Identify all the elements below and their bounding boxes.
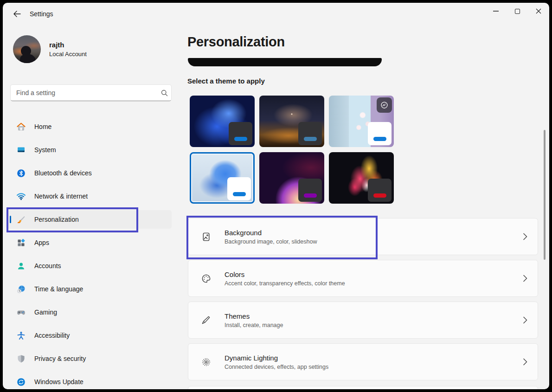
titlebar: Settings — [3, 3, 549, 25]
sidebar-item-accounts[interactable]: Accounts — [6, 257, 172, 275]
search-input[interactable] — [11, 89, 157, 96]
sidebar-item-label: System — [34, 146, 56, 154]
picture-icon — [200, 231, 212, 242]
sidebar-item-label: Home — [34, 123, 51, 130]
chevron-right-icon — [523, 316, 527, 324]
gaming-icon — [16, 307, 26, 317]
close-icon — [536, 8, 541, 14]
section-label: Select a theme to apply — [187, 77, 265, 85]
sidebar-item-personalization[interactable]: Personalization — [6, 210, 172, 229]
partial-next-row[interactable] — [188, 386, 538, 389]
accessibility-icon — [16, 330, 26, 341]
maximize-button[interactable] — [507, 3, 528, 19]
brush-icon — [200, 315, 212, 326]
theme-start-preview — [227, 177, 251, 200]
network-icon — [16, 191, 26, 201]
sidebar-item-label: Privacy & security — [34, 355, 86, 362]
sidebar-nav: Home System Bluetooth & devices Network … — [6, 117, 172, 389]
bluetooth-icon — [16, 168, 26, 178]
slideshow-icon — [377, 97, 392, 113]
theme-thumbnail-4-selected[interactable] — [190, 152, 255, 204]
apps-icon — [16, 238, 26, 248]
sparkle-icon — [200, 356, 212, 367]
sidebar-item-label: Personalization — [34, 216, 79, 223]
scrollbar-thumb[interactable] — [544, 130, 546, 260]
personalization-icon — [16, 214, 26, 225]
row-subtitle: Connected devices, effects, app settings — [225, 364, 328, 370]
sidebar-item-label: Network & internet — [34, 193, 88, 200]
window-title: Settings — [30, 10, 53, 18]
chevron-right-icon — [523, 358, 527, 366]
search-box — [10, 84, 172, 101]
privacy-icon — [16, 353, 26, 364]
system-icon — [16, 145, 26, 155]
sidebar-item-label: Apps — [34, 239, 49, 246]
user-name: rajth — [49, 41, 87, 49]
sidebar-item-bluetooth-devices[interactable]: Bluetooth & devices — [6, 164, 172, 182]
user-account-type: Local Account — [49, 51, 87, 58]
sidebar-item-apps[interactable]: Apps — [6, 233, 172, 252]
maximize-icon — [515, 9, 520, 14]
sidebar-item-home[interactable]: Home — [6, 117, 172, 136]
theme-thumbnail-2[interactable] — [259, 96, 324, 147]
row-title: Background — [225, 229, 317, 237]
chevron-right-icon — [523, 233, 527, 240]
accounts-icon — [16, 261, 26, 271]
sidebar-item-label: Bluetooth & devices — [34, 169, 92, 177]
theme-start-preview — [298, 122, 322, 145]
sidebar-item-label: Time & language — [34, 285, 83, 293]
theme-thumbnail-5[interactable] — [259, 152, 324, 204]
row-subtitle: Accent color, transparency effects, colo… — [225, 280, 345, 287]
row-subtitle: Install, create, manage — [225, 322, 283, 328]
sidebar-item-windows-update[interactable]: Windows Update — [6, 373, 172, 389]
theme-start-preview — [368, 122, 392, 145]
theme-start-preview — [229, 122, 252, 145]
theme-thumbnail-6[interactable] — [329, 152, 394, 204]
row-title: Colors — [225, 270, 345, 278]
page-title: Personalization — [187, 34, 285, 50]
avatar — [13, 35, 41, 63]
theme-preview-bottom-edge — [188, 58, 382, 66]
theme-thumbnail-3[interactable] — [329, 96, 394, 147]
time-language-icon — [16, 284, 26, 294]
sidebar-item-accessibility[interactable]: Accessibility — [6, 326, 172, 345]
search-icon — [157, 90, 171, 96]
minimize-button[interactable] — [485, 3, 507, 19]
user-card[interactable]: rajth Local Account — [13, 35, 87, 63]
palette-icon — [200, 273, 212, 284]
colors-row[interactable]: Colors Accent color, transparency effect… — [188, 260, 538, 297]
row-title: Dynamic Lighting — [225, 354, 328, 362]
sidebar-item-time-language[interactable]: Time & language — [6, 280, 172, 298]
sidebar-item-label: Windows Update — [34, 378, 83, 386]
minimize-icon — [493, 11, 499, 12]
window-controls — [485, 3, 549, 19]
sidebar-item-system[interactable]: System — [6, 141, 172, 159]
sidebar-item-network-internet[interactable]: Network & internet — [6, 187, 172, 206]
windows-update-icon — [16, 377, 26, 387]
sidebar-item-privacy-security[interactable]: Privacy & security — [6, 349, 172, 368]
background-row[interactable]: Background Background image, color, slid… — [188, 218, 538, 255]
settings-window: Settings rajth Local Account — [3, 3, 549, 389]
themes-row[interactable]: Themes Install, create, manage — [188, 302, 538, 339]
selected-indicator — [10, 216, 11, 223]
sidebar-item-gaming[interactable]: Gaming — [6, 303, 172, 321]
back-arrow-icon — [13, 11, 21, 17]
chevron-right-icon — [523, 275, 527, 282]
theme-thumbnail-1[interactable] — [190, 96, 255, 147]
sidebar-item-label: Accounts — [34, 262, 61, 270]
dynamic-lighting-row[interactable]: Dynamic Lighting Connected devices, effe… — [188, 343, 538, 380]
sidebar-item-label: Accessibility — [34, 332, 70, 339]
row-title: Themes — [225, 312, 283, 320]
row-subtitle: Background image, color, slideshow — [225, 238, 317, 245]
home-icon — [16, 122, 26, 132]
sidebar-item-label: Gaming — [34, 308, 57, 316]
theme-start-preview — [298, 179, 322, 202]
back-button[interactable] — [8, 6, 25, 21]
theme-start-preview — [368, 179, 392, 202]
close-button[interactable] — [528, 3, 549, 19]
